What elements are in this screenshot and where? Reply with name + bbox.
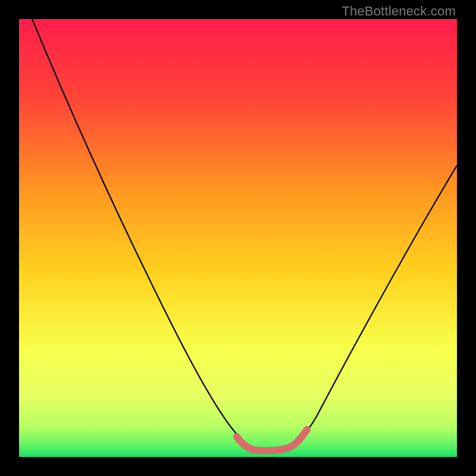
frame-border-left	[0, 0, 19, 476]
chart-frame: TheBottleneck.com	[0, 0, 476, 476]
watermark-text: TheBottleneck.com	[342, 4, 456, 19]
frame-border-right	[457, 0, 476, 476]
frame-border-bottom	[0, 457, 476, 476]
chart-svg	[19, 19, 457, 457]
plot-area	[19, 19, 457, 457]
gradient-background	[19, 19, 457, 457]
